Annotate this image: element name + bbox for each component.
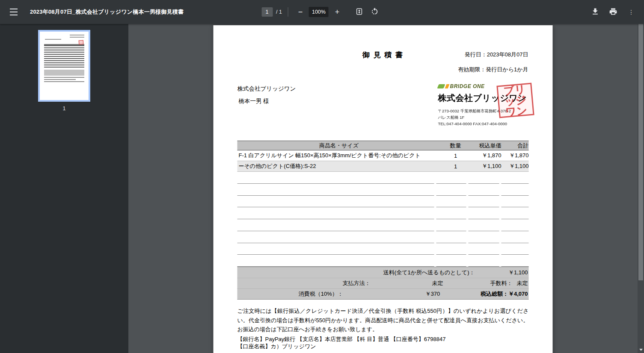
thumbnail-line (70, 35, 84, 35)
vendor-block: BRIDGE ONE 株式会社ブリッジワン ブリッジワン 〒273-0032 千… (438, 83, 531, 127)
summary-payment-row: 支払方法： 未定 手数料： 未定 (237, 278, 529, 288)
header-total: 合計 (502, 142, 529, 150)
order-notes: ご注文時には【銀行振込／クレジットカード決済／代金引換（手数料 税込550円）】… (237, 306, 529, 334)
table-header-row: 商品名・サイズ 数量 税込単価 合計 (237, 141, 529, 150)
more-options-icon[interactable]: ⋮ (623, 4, 639, 20)
table-empty-row (237, 184, 529, 196)
thumbnail-line (45, 39, 61, 40)
table-row: ーその他のピクト(C価格):S-22 1 ￥1,100 ￥1,100 (237, 161, 529, 172)
thumbnail-line (70, 37, 84, 38)
summary-total-row: 消費税（10%）： ￥370 税込総額： ￥4,070 (237, 288, 529, 299)
thumbnail-line (44, 77, 84, 78)
item-total: ￥1,870 (502, 152, 529, 159)
zoom-out-button[interactable]: − (294, 6, 306, 18)
item-unit-price: ￥1,870 (471, 152, 502, 159)
item-qty: 1 (441, 153, 471, 159)
table-empty-row (237, 243, 529, 255)
rotate-counterclockwise-button[interactable] (367, 4, 383, 20)
toolbar-divider (288, 7, 288, 17)
print-button[interactable] (605, 4, 621, 20)
rotate-icon (371, 7, 379, 17)
menu-icon[interactable] (6, 4, 21, 20)
zoom-in-button[interactable]: + (331, 6, 343, 18)
header-product: 商品名・サイズ (237, 142, 441, 150)
pdf-viewport: 御 見 積 書 発行日：2023年08月07日 有効期限：発行日から1か月 株式… (128, 24, 638, 353)
zoom-level-display: 100% (309, 7, 329, 17)
seal-text: ブリッジワン (501, 83, 530, 118)
scrollbar-thumb[interactable] (638, 24, 643, 280)
company-seal-stamp: ブリッジワン (496, 83, 534, 118)
logo-mark-icon (437, 84, 445, 88)
page-thumbnail[interactable] (38, 30, 90, 102)
header-unit-price: 税込単価 (471, 142, 502, 150)
thumbnail-preview (42, 33, 87, 98)
tax-value: ￥370 (343, 290, 440, 298)
grand-total-label: 税込総額： (440, 290, 508, 298)
bank-info: 【銀行名】PayPay銀行 【支店名】本店営業部 【科 目】普通 【口座番号】6… (237, 335, 529, 350)
item-unit-price: ￥1,100 (471, 162, 502, 170)
summary-shipping-row: 送料(全て1か所へ送るものとして)： ￥1,100 (237, 267, 529, 278)
grand-total-value: ￥4,070 (508, 290, 529, 298)
date-block: 発行日：2023年08月07日 有効期限：発行日から1か月 (458, 51, 528, 74)
bank-account-line: 【銀行名】PayPay銀行 【支店名】本店営業部 【科 目】普通 【口座番号】6… (237, 335, 529, 343)
chevron-down-icon (639, 349, 643, 353)
thumbnail-summary (44, 70, 84, 76)
table-row: F-1 白アクリルサイン 幅150×高150×厚3mm/ピクト番号:その他のピク… (237, 150, 529, 161)
thumbnail-seal (79, 40, 84, 45)
client-name: 橋本一男 様 (237, 97, 296, 105)
print-icon (609, 7, 617, 17)
fit-to-page-icon (355, 7, 364, 17)
thumbnail-line (44, 79, 76, 80)
client-block: 株式会社ブリッジワン 橋本一男 様 (237, 85, 296, 105)
item-qty: 1 (441, 163, 471, 170)
table-empty-row (237, 255, 529, 267)
client-company: 株式会社ブリッジワン (237, 85, 296, 93)
download-icon (591, 7, 599, 17)
shipping-label: 送料(全て1か所へ送るものとして)： (237, 269, 489, 277)
logo-mark-icon (445, 84, 449, 88)
pdf-viewer-app: 2023年08月07日_株式会社ブリッジワン橋本一男様御見積書 / 1 − 10… (0, 0, 644, 353)
thumbnail-page-number: 1 (63, 106, 66, 112)
table-empty-row (237, 219, 529, 231)
thumbnail-table (44, 44, 84, 68)
vendor-logo-text: BRIDGE ONE (450, 83, 485, 89)
fee-label: 手数料： (443, 279, 513, 287)
fit-to-page-button[interactable] (352, 4, 367, 20)
table-empty-rows (237, 172, 529, 267)
item-name: ーその他のピクト(C価格):S-22 (237, 162, 441, 170)
toolbar-center: / 1 − 100% + (261, 4, 383, 20)
page-count-label: / 1 (276, 9, 282, 15)
viewer-content: 1 御 見 積 書 発行日：2023年08月07日 有効期限：発行日から1か月 … (0, 24, 644, 353)
header-quantity: 数量 (441, 142, 471, 150)
vendor-address-line: TEL:047-404-0000 FAX:047-404-0000 (438, 121, 531, 127)
thumbnail-line (44, 81, 84, 82)
vertical-scrollbar[interactable] (638, 24, 644, 353)
payment-method-value: 未定 (371, 279, 443, 287)
bank-holder-line: 【口座名義】カ）ブリッジワン (237, 343, 529, 350)
pdf-toolbar: 2023年08月07日_株式会社ブリッジワン橋本一男様御見積書 / 1 − 10… (0, 0, 644, 24)
download-button[interactable] (588, 4, 603, 20)
payment-method-label: 支払方法： (237, 279, 371, 287)
tax-label: 消費税（10%）： (237, 290, 343, 298)
toolbar-right: ⋮ (588, 4, 644, 20)
fee-value: 未定 (513, 279, 529, 287)
expiry-date: 有効期限：発行日から1か月 (458, 66, 528, 74)
scroll-down-button[interactable] (638, 346, 644, 353)
page-number-input[interactable] (261, 7, 273, 17)
table-empty-row (237, 231, 529, 243)
toolbar-left: 2023年08月07日_株式会社ブリッジワン橋本一男様御見積書 (0, 4, 184, 20)
issue-date: 発行日：2023年08月07日 (458, 51, 528, 59)
table-empty-row (237, 172, 529, 184)
document-title: 2023年08月07日_株式会社ブリッジワン橋本一男様御見積書 (30, 8, 184, 16)
table-empty-row (237, 196, 529, 208)
thumbnail-sidebar: 1 (0, 24, 128, 353)
items-table: 商品名・サイズ 数量 税込単価 合計 F-1 白アクリルサイン 幅150×高15… (237, 141, 529, 267)
shipping-value: ￥1,100 (489, 269, 529, 277)
item-name: F-1 白アクリルサイン 幅150×高150×厚3mm/ピクト番号:その他のピク… (237, 152, 441, 159)
item-total: ￥1,100 (502, 162, 529, 170)
summary-block: 送料(全て1か所へ送るものとして)： ￥1,100 支払方法： 未定 手数料： … (237, 267, 529, 300)
table-empty-row (237, 207, 529, 219)
pdf-page: 御 見 積 書 発行日：2023年08月07日 有効期限：発行日から1か月 株式… (214, 25, 553, 353)
